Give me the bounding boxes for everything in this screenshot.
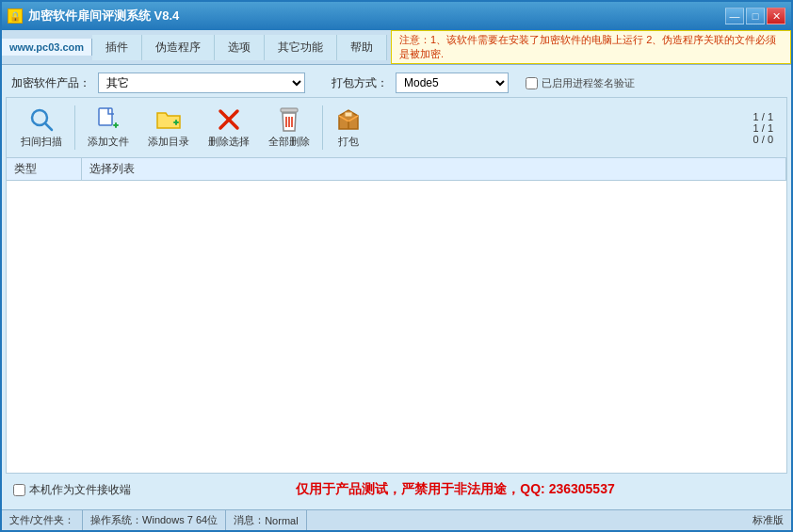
table-header: 类型 选择列表 bbox=[7, 158, 786, 181]
svg-line-1 bbox=[45, 123, 52, 130]
content-area: 加密软件产品： 其它 打包方式： Mode5 已启用进程签名验证 bbox=[2, 65, 791, 509]
delete-selected-button[interactable]: 删除选择 bbox=[200, 102, 258, 153]
stats-panel: 1 / 1 1 / 1 0 / 0 bbox=[753, 102, 781, 153]
status-files: 文件/文件夹： bbox=[2, 510, 83, 530]
status-message-value: Normal bbox=[265, 515, 298, 526]
pack-select[interactable]: Mode5 bbox=[396, 73, 509, 93]
add-file-icon bbox=[95, 106, 121, 133]
add-file-button[interactable]: 添加文件 bbox=[79, 102, 138, 153]
svg-rect-2 bbox=[99, 108, 112, 125]
stat-2: 1 / 1 bbox=[753, 122, 773, 134]
product-label: 加密软件产品： bbox=[11, 75, 90, 91]
bottom-bar: 本机作为文件接收端 仅用于产品测试，严禁用于非法用途，QQ: 236305537 bbox=[6, 477, 787, 502]
scan-icon bbox=[28, 106, 55, 133]
watermark-text: 仅用于产品测试，严禁用于非法用途，QQ: 236305537 bbox=[131, 481, 780, 498]
sep1 bbox=[74, 105, 75, 150]
menu-plugin[interactable]: 插件 bbox=[92, 35, 142, 60]
status-os-label: 操作系统： bbox=[90, 513, 142, 527]
menu-help[interactable]: 帮助 bbox=[337, 35, 387, 60]
status-edition: 标准版 bbox=[745, 510, 791, 530]
receiver-checkbox-row: 本机作为文件接收端 bbox=[13, 482, 131, 498]
menu-fake-program[interactable]: 伪造程序 bbox=[142, 35, 215, 60]
pack-icon bbox=[335, 106, 362, 133]
app-icon: 🔒 bbox=[8, 8, 23, 24]
app-window: 🔒 加密软件扉间评测系统 V8.4 — □ ✕ www.pc03.com 插件 … bbox=[0, 0, 793, 532]
menu-items: 插件 伪造程序 选项 其它功能 帮助 bbox=[92, 35, 387, 60]
pack-button[interactable]: 打包 bbox=[327, 102, 370, 153]
table-body bbox=[7, 181, 786, 473]
sep2 bbox=[322, 105, 323, 150]
minimize-button[interactable]: — bbox=[725, 8, 744, 24]
window-controls: — □ ✕ bbox=[725, 8, 785, 24]
status-edition-value: 标准版 bbox=[753, 513, 784, 527]
pack-label: 打包方式： bbox=[332, 75, 388, 91]
product-row: 加密软件产品： 其它 打包方式： Mode5 已启用进程签名验证 bbox=[6, 69, 787, 97]
add-dir-button[interactable]: 添加目录 bbox=[139, 102, 198, 153]
close-button[interactable]: ✕ bbox=[767, 8, 785, 24]
stat-3: 0 / 0 bbox=[753, 134, 773, 145]
title-bar: 🔒 加密软件扉间评测系统 V8.4 — □ ✕ bbox=[2, 2, 791, 30]
delete-selected-label: 删除选择 bbox=[208, 135, 250, 149]
receiver-checkbox[interactable] bbox=[13, 484, 25, 496]
add-dir-icon bbox=[155, 106, 182, 133]
toolbar: 扫间扫描 添加文件 bbox=[6, 97, 787, 157]
delete-selected-icon bbox=[216, 106, 242, 133]
delete-all-button[interactable]: 全部删除 bbox=[260, 102, 318, 153]
delete-all-icon bbox=[276, 106, 302, 133]
status-message: 消息： Normal bbox=[226, 510, 306, 530]
receiver-label: 本机作为文件接收端 bbox=[29, 482, 131, 498]
svg-rect-9 bbox=[281, 108, 298, 112]
notice-bar: 注意：1、该软件需要在安装了加密软件的电脑上运行 2、伪造程序关联的文件必须是被… bbox=[391, 30, 791, 64]
logo: www.pc03.com bbox=[2, 39, 92, 56]
sign-check: 已启用进程签名验证 bbox=[526, 76, 635, 90]
scan-button[interactable]: 扫间扫描 bbox=[12, 102, 71, 153]
svg-rect-14 bbox=[345, 112, 352, 117]
file-table: 类型 选择列表 bbox=[6, 157, 787, 474]
add-file-label: 添加文件 bbox=[88, 135, 129, 149]
status-os: 操作系统： Windows 7 64位 bbox=[83, 510, 226, 530]
sign-checkbox[interactable] bbox=[526, 77, 538, 89]
scan-label: 扫间扫描 bbox=[21, 135, 62, 149]
status-os-value: Windows 7 64位 bbox=[142, 513, 218, 527]
add-dir-label: 添加目录 bbox=[148, 135, 189, 149]
sign-label: 已启用进程签名验证 bbox=[542, 76, 635, 90]
app-title: 加密软件扉间评测系统 V8.4 bbox=[28, 8, 179, 24]
menu-options[interactable]: 选项 bbox=[215, 35, 265, 60]
maximize-button[interactable]: □ bbox=[746, 8, 765, 24]
delete-all-label: 全部删除 bbox=[268, 135, 310, 149]
status-message-label: 消息： bbox=[234, 513, 265, 527]
status-files-label: 文件/文件夹： bbox=[9, 513, 74, 527]
pack-label: 打包 bbox=[338, 135, 359, 149]
stat-1: 1 / 1 bbox=[753, 111, 773, 122]
menu-other-functions[interactable]: 其它功能 bbox=[265, 35, 337, 60]
col-list: 选择列表 bbox=[82, 158, 786, 180]
status-bar: 文件/文件夹： 操作系统： Windows 7 64位 消息： Normal 标… bbox=[2, 509, 791, 530]
col-type: 类型 bbox=[7, 158, 82, 180]
title-bar-left: 🔒 加密软件扉间评测系统 V8.4 bbox=[8, 8, 179, 24]
menu-bar: www.pc03.com 插件 伪造程序 选项 其它功能 帮助 注意：1、该软件… bbox=[2, 30, 791, 65]
product-select[interactable]: 其它 bbox=[98, 73, 305, 93]
